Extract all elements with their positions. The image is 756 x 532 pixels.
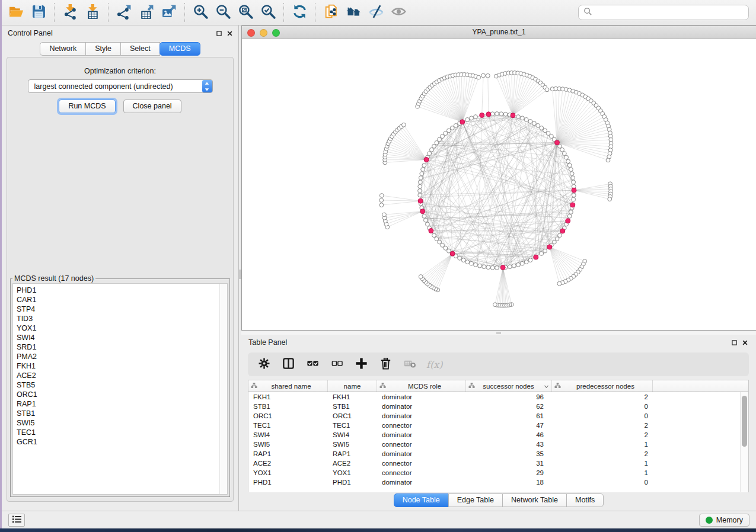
show-task-history-button[interactable] bbox=[8, 514, 25, 527]
graph-node[interactable] bbox=[545, 88, 549, 92]
run-mcds-button[interactable]: Run MCDS bbox=[59, 100, 115, 113]
cell-shared-name[interactable]: ACE2 bbox=[248, 459, 328, 468]
graph-node[interactable] bbox=[566, 159, 570, 164]
graph-node[interactable] bbox=[418, 184, 422, 188]
graph-node[interactable] bbox=[419, 176, 423, 180]
cell-predecessor-nodes[interactable]: 2 bbox=[552, 430, 653, 440]
graph-node[interactable] bbox=[474, 115, 478, 119]
delete-columns-button[interactable] bbox=[378, 357, 393, 372]
graph-node[interactable] bbox=[379, 194, 384, 198]
graph-node[interactable] bbox=[550, 134, 554, 139]
graph-node[interactable] bbox=[569, 210, 573, 214]
graph-node[interactable] bbox=[450, 126, 454, 130]
tab-style[interactable]: Style bbox=[85, 42, 121, 56]
splitter-handle[interactable] bbox=[239, 270, 241, 279]
table-row[interactable]: STB1STB1dominator620 bbox=[248, 402, 748, 411]
graph-node[interactable] bbox=[606, 158, 610, 162]
graph-node[interactable] bbox=[435, 141, 439, 145]
graph-node[interactable] bbox=[567, 164, 572, 168]
cell-successor-nodes[interactable]: 35 bbox=[466, 449, 552, 459]
graph-node[interactable] bbox=[461, 258, 465, 262]
zoom-selected-button[interactable] bbox=[257, 2, 279, 23]
graph-node[interactable] bbox=[564, 155, 569, 159]
table-row[interactable]: SWI4SWI4dominator462 bbox=[248, 430, 748, 440]
search-input[interactable] bbox=[592, 8, 744, 17]
graph-node[interactable] bbox=[532, 121, 537, 126]
table-settings-button[interactable] bbox=[256, 357, 272, 372]
graph-node[interactable] bbox=[465, 118, 470, 122]
cell-predecessor-nodes[interactable]: 0 bbox=[552, 477, 653, 487]
graph-node[interactable] bbox=[422, 164, 426, 168]
cell-successor-nodes[interactable]: 61 bbox=[466, 411, 552, 421]
graph-node[interactable] bbox=[470, 261, 474, 265]
column-header-MCDS-role[interactable]: MCDS role bbox=[377, 380, 466, 392]
cell-predecessor-nodes[interactable]: 1 bbox=[552, 440, 653, 449]
cell-MCDS-role[interactable]: connector bbox=[377, 468, 466, 477]
zoom-in-button[interactable] bbox=[189, 2, 212, 23]
graph-node[interactable] bbox=[428, 152, 432, 156]
column-header-shared-name[interactable]: shared name bbox=[248, 380, 328, 392]
tab-node-table[interactable]: Node Table bbox=[394, 493, 449, 507]
graph-node[interactable] bbox=[477, 75, 481, 79]
result-node[interactable]: TID3 bbox=[17, 314, 227, 323]
graph-node[interactable] bbox=[430, 148, 434, 152]
graph-node[interactable] bbox=[540, 252, 544, 256]
graph-node[interactable] bbox=[560, 148, 564, 152]
export-image-button[interactable] bbox=[158, 2, 180, 23]
tab-network-table[interactable]: Network Table bbox=[502, 493, 567, 507]
cell-name[interactable]: SWI4 bbox=[328, 430, 377, 440]
hide-details-button[interactable] bbox=[365, 2, 387, 23]
tab-mcds[interactable]: MCDS bbox=[160, 42, 200, 56]
cell-predecessor-nodes[interactable]: 0 bbox=[552, 411, 653, 421]
graph-node[interactable] bbox=[567, 214, 572, 219]
close-panel-icon[interactable] bbox=[227, 31, 232, 36]
export-network-button[interactable] bbox=[113, 2, 135, 23]
import-network-button[interactable] bbox=[59, 2, 81, 23]
graph-node[interactable] bbox=[458, 256, 462, 260]
graph-node[interactable] bbox=[499, 112, 503, 116]
column-header-successor-nodes[interactable]: successor nodes bbox=[466, 380, 552, 392]
cell-shared-name[interactable]: RAP1 bbox=[248, 449, 328, 459]
graph-node[interactable] bbox=[478, 264, 482, 268]
open-file-button[interactable] bbox=[5, 2, 27, 23]
graph-node[interactable] bbox=[454, 124, 458, 128]
tab-motifs[interactable]: Motifs bbox=[566, 493, 604, 507]
graph-node[interactable] bbox=[432, 233, 436, 238]
graph-node[interactable] bbox=[571, 176, 575, 180]
graph-node[interactable] bbox=[447, 129, 451, 133]
graph-node[interactable] bbox=[528, 120, 532, 124]
graph-dominator-node[interactable] bbox=[429, 229, 433, 233]
save-session-button[interactable] bbox=[27, 2, 50, 23]
close-window-icon[interactable] bbox=[247, 29, 255, 37]
result-node[interactable]: RAP1 bbox=[17, 399, 227, 409]
cell-successor-nodes[interactable]: 96 bbox=[466, 392, 552, 402]
cell-successor-nodes[interactable]: 46 bbox=[466, 430, 552, 440]
graph-node[interactable] bbox=[508, 265, 512, 269]
graph-dominator-node[interactable] bbox=[566, 219, 570, 223]
cell-MCDS-role[interactable]: connector bbox=[377, 440, 466, 449]
table-row[interactable]: ACE2ACE2connector311 bbox=[248, 459, 748, 468]
cell-MCDS-role[interactable]: dominator bbox=[377, 411, 466, 421]
table-row[interactable]: SWI5SWI5connector431 bbox=[248, 440, 748, 449]
float-panel-icon[interactable] bbox=[216, 31, 222, 36]
graph-dominator-node[interactable] bbox=[572, 188, 576, 193]
cell-name[interactable]: TEC1 bbox=[328, 421, 377, 430]
refresh-view-button[interactable] bbox=[288, 2, 311, 23]
search-box[interactable] bbox=[578, 5, 749, 20]
graph-dominator-node[interactable] bbox=[418, 198, 423, 203]
graph-node[interactable] bbox=[516, 115, 521, 119]
result-node[interactable]: GCR1 bbox=[17, 437, 227, 447]
graph-node[interactable] bbox=[418, 189, 422, 193]
graph-dominator-node[interactable] bbox=[460, 120, 465, 124]
close-panel-icon[interactable] bbox=[742, 340, 748, 345]
cell-name[interactable]: PHD1 bbox=[328, 477, 377, 487]
vertical-splitter[interactable] bbox=[238, 25, 241, 511]
graph-node[interactable] bbox=[543, 249, 547, 253]
cell-MCDS-role[interactable]: dominator bbox=[377, 477, 466, 487]
graph-node[interactable] bbox=[512, 264, 516, 268]
graph-node[interactable] bbox=[569, 168, 573, 172]
cell-predecessor-nodes[interactable]: 1 bbox=[552, 468, 653, 477]
graph-node[interactable] bbox=[474, 263, 478, 267]
graph-node[interactable] bbox=[524, 260, 528, 264]
graph-node[interactable] bbox=[441, 134, 445, 139]
